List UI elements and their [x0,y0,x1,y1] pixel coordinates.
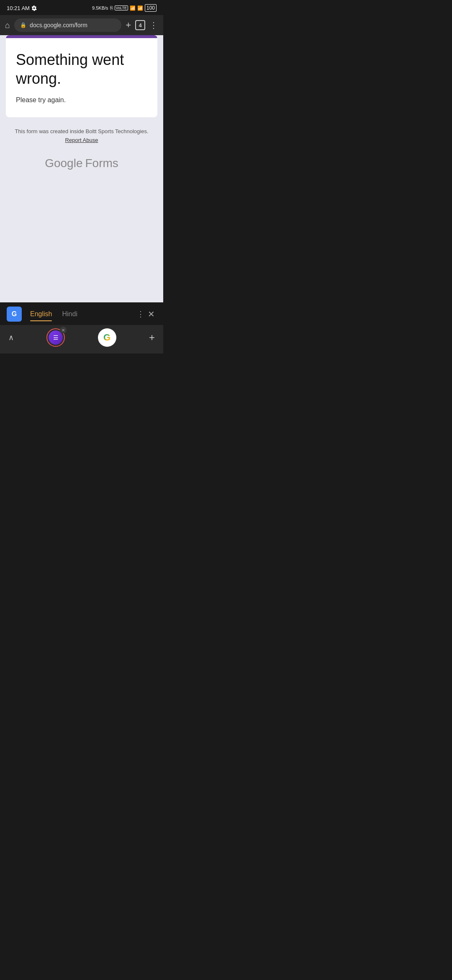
browser-actions: + 4 ⋮ [126,20,158,31]
google-forms-brand: Google Forms [45,157,118,170]
google-translate-logo: G [7,307,22,322]
google-search-button[interactable]: G [98,328,116,347]
form-info: This form was created inside Boltt Sport… [15,127,148,145]
google-g-logo: G [103,332,110,343]
status-left: 10:21 AM [7,5,37,11]
report-abuse-link[interactable]: Report Abuse [65,137,98,143]
google-forms-logo: Google Forms [45,157,118,170]
address-bar[interactable]: 🔒 docs.google.com/form [14,18,121,32]
volte-badge: VoLTE [115,5,128,10]
network-speed: 9.5KB/s [92,5,108,10]
google-brand-text: Google [45,157,82,170]
error-card: Something wentwrong. Please try again. [6,35,157,117]
page-content: Something wentwrong. Please try again. T… [0,35,163,302]
bluetooth-icon: ⎘ [110,5,113,11]
error-title: Something wentwrong. [16,50,147,88]
translator-bar: G English Hindi ⋮ ✕ [0,302,163,325]
browser-chrome: ⌂ 🔒 docs.google.com/form + 4 ⋮ [0,15,163,35]
add-button[interactable]: + [149,332,155,343]
wifi-icon: 📶 [137,5,143,11]
browser-menu-button[interactable]: ⋮ [149,20,158,30]
translate-logo-g: G [12,310,17,318]
translator-menu-button[interactable]: ⋮ [135,308,146,320]
form-creator-info: This form was created inside Boltt Sport… [15,128,148,134]
forms-brand-text: Forms [85,157,118,170]
time-display: 10:21 AM [7,5,30,11]
tab-switcher-button[interactable]: 4 [135,20,145,30]
battery-icon: 100 [145,4,157,12]
status-right: 9.5KB/s ⎘ VoLTE 📶 📶 100 [92,4,157,12]
status-bar: 10:21 AM 9.5KB/s ⎘ VoLTE 📶 📶 100 [0,0,163,15]
translator-close-button[interactable]: ✕ [146,307,157,321]
back-button[interactable]: ∧ [8,333,14,342]
home-button[interactable]: ⌂ [5,21,10,29]
language-english-button[interactable]: English [27,309,55,320]
error-subtitle: Please try again. [16,96,147,104]
bottom-nav: ∧ ✕ ☰ G + [0,325,163,353]
new-tab-button[interactable]: + [126,20,131,31]
signal-icon: 📶 [130,5,136,11]
lock-icon: 🔒 [20,22,26,28]
app-icon-container: ✕ ☰ [46,328,65,347]
language-hindi-button[interactable]: Hindi [59,309,80,320]
app-close-badge[interactable]: ✕ [60,327,67,333]
url-text: docs.google.com/form [30,22,87,28]
gear-icon [31,5,37,11]
